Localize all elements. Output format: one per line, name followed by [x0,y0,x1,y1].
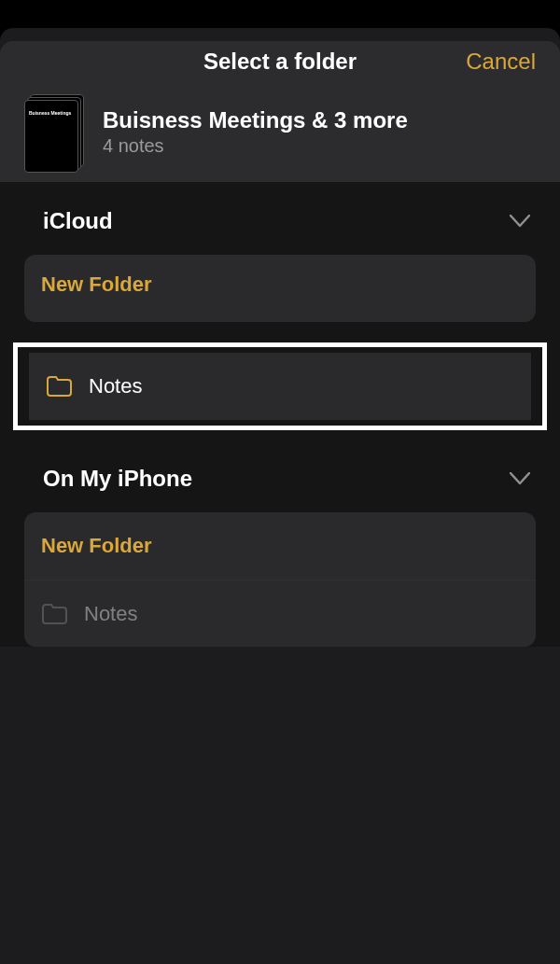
context-subtitle: 4 notes [103,135,408,157]
new-folder-label: New Folder [41,534,152,558]
folder-label: Notes [84,602,137,626]
folder-picker-sheet: Select a folder Cancel Buisness Meetings… [0,28,560,964]
folder-group-oniphone: New Folder Notes [24,512,536,647]
folder-icon [41,604,67,624]
folder-icon [46,376,72,397]
cancel-button[interactable]: Cancel [466,49,536,75]
folder-row-notes-icloud[interactable]: Notes [29,353,531,420]
chevron-down-icon [510,211,530,231]
chevron-down-icon [510,468,530,489]
folder-label: Notes [89,374,142,398]
tutorial-highlight: Notes [13,342,547,430]
sheet-header-block: Select a folder Cancel Buisness Meetings… [0,41,560,182]
note-stack-icon: Buisness Meetings [24,94,82,171]
context-title: Buisness Meetings & 3 more [103,107,408,134]
account-header-icloud[interactable]: iCloud [0,188,560,255]
new-folder-button[interactable]: New Folder [24,512,536,580]
folder-row-notes-oniphone: Notes [24,580,536,647]
selection-context-row: Buisness Meetings Buisness Meetings & 3 … [0,82,560,182]
account-title: iCloud [43,208,113,234]
folder-group-icloud: New Folder [24,255,536,322]
folder-list: iCloud New Folder Notes On My iPhone [0,182,560,647]
new-folder-label: New Folder [41,272,152,297]
context-text: Buisness Meetings & 3 more 4 notes [103,107,408,158]
account-title: On My iPhone [43,466,192,492]
new-folder-button[interactable]: New Folder [24,255,536,322]
nav-title: Select a folder [203,49,357,75]
account-header-oniphone[interactable]: On My iPhone [0,445,560,512]
nav-bar: Select a folder Cancel [0,41,560,82]
